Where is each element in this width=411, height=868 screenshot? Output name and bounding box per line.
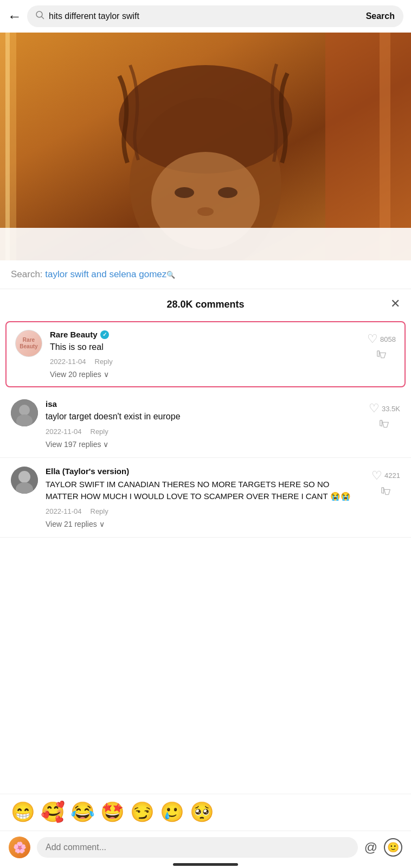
avatar xyxy=(11,467,38,494)
reply-button[interactable]: Reply xyxy=(95,358,113,366)
like-area: ♡ 8058 xyxy=(367,332,396,346)
svg-point-18 xyxy=(18,471,30,483)
comment-input-bar: 🌸 @ 🙂 xyxy=(0,831,411,868)
emoji-holding-back-tears[interactable]: 🥲 xyxy=(160,801,184,824)
comment-text: This is so real xyxy=(50,341,359,353)
comment-username: Ella (Taylor's version) xyxy=(46,467,364,476)
emoji-starstruck[interactable]: 🤩 xyxy=(100,801,125,824)
svg-rect-6 xyxy=(5,33,10,260)
heart-icon[interactable]: ♡ xyxy=(367,332,378,346)
comments-section: 28.0K comments ✕ RareBeauty Rare Beauty … xyxy=(0,289,411,581)
comment-body: isa taylor target doesn't exist in europ… xyxy=(46,399,361,448)
comments-count: 28.0K comments xyxy=(166,299,244,310)
comment-username: isa xyxy=(46,399,361,409)
svg-rect-13 xyxy=(0,228,411,260)
like-area: ♡ 33.5K xyxy=(369,401,400,416)
heart-icon[interactable]: ♡ xyxy=(369,401,380,416)
suggestion-search-icon: 🔍 xyxy=(166,271,175,279)
comment-text: taylor target doesn't exist in europe xyxy=(46,411,361,423)
like-count: 4221 xyxy=(384,471,400,480)
user-avatar: 🌸 xyxy=(9,837,30,858)
view-replies-button[interactable]: View 21 replies ∨ xyxy=(46,520,364,528)
comment-item: isa taylor target doesn't exist in europ… xyxy=(0,391,411,457)
heart-icon[interactable]: ♡ xyxy=(371,469,382,483)
like-count: 33.5K xyxy=(382,405,400,413)
emoji-smirk[interactable]: 😏 xyxy=(130,801,155,824)
search-bar: Search xyxy=(27,5,403,27)
emoji-bar: 😁 🥰 😂 🤩 😏 🥲 🥺 xyxy=(0,794,411,830)
svg-rect-11 xyxy=(325,33,411,260)
comment-body: Rare Beauty ✓ This is so real 2022-11-04… xyxy=(50,330,359,379)
chevron-down-icon: ∨ xyxy=(103,440,108,449)
comment-date: 2022-11-04 xyxy=(50,358,86,366)
comments-list: RareBeauty Rare Beauty ✓ This is so real… xyxy=(0,321,411,581)
like-area: ♡ 4221 xyxy=(371,469,400,483)
emoji-picker-button[interactable]: 🙂 xyxy=(384,838,402,857)
comment-date: 2022-11-04 xyxy=(46,507,82,515)
header: ← Search xyxy=(0,0,411,33)
suggestion-prefix: Search: xyxy=(11,269,45,279)
emoji-smiling-hearts[interactable]: 🥰 xyxy=(41,801,65,824)
svg-point-10 xyxy=(197,207,214,216)
like-count: 8058 xyxy=(380,335,396,343)
search-icon xyxy=(36,11,44,22)
comment-actions: ♡ 33.5K xyxy=(369,399,400,448)
reply-button[interactable]: Reply xyxy=(91,427,108,436)
comment-meta: 2022-11-04 Reply xyxy=(46,507,364,515)
emoji-tears-of-joy[interactable]: 😂 xyxy=(70,801,95,824)
search-button[interactable]: Search xyxy=(361,11,395,21)
search-input[interactable] xyxy=(49,11,356,21)
svg-line-1 xyxy=(42,17,44,19)
view-replies-button[interactable]: View 20 replies ∨ xyxy=(50,370,359,379)
emoji-pleading[interactable]: 🥺 xyxy=(190,801,214,824)
dislike-icon[interactable] xyxy=(378,419,390,434)
video-thumbnail xyxy=(0,33,411,260)
home-indicator xyxy=(173,863,238,866)
view-replies-button[interactable]: View 197 replies ∨ xyxy=(46,440,361,449)
comment-input[interactable] xyxy=(37,837,358,858)
chevron-down-icon: ∨ xyxy=(104,370,109,379)
search-suggestion: Search: taylor swift and selena gomez🔍 xyxy=(0,260,411,289)
close-button[interactable]: ✕ xyxy=(390,297,400,311)
comment-body: Ella (Taylor's version) TAYLOR SWIFT IM … xyxy=(46,467,364,528)
comment-item: RareBeauty Rare Beauty ✓ This is so real… xyxy=(5,321,406,387)
verified-icon: ✓ xyxy=(100,330,109,339)
avatar: RareBeauty xyxy=(15,330,42,357)
svg-point-15 xyxy=(19,405,30,416)
svg-point-8 xyxy=(175,187,194,198)
svg-point-9 xyxy=(218,187,237,198)
chevron-down-icon: ∨ xyxy=(99,520,105,528)
emoji-grinning[interactable]: 😁 xyxy=(11,801,35,824)
reply-button[interactable]: Reply xyxy=(91,507,108,515)
comment-item: Ella (Taylor's version) TAYLOR SWIFT IM … xyxy=(0,458,411,538)
comment-text: TAYLOR SWIFT IM CANADIAN THERES NO MORE … xyxy=(46,478,364,503)
avatar-logo: RareBeauty xyxy=(20,337,37,350)
comment-date: 2022-11-04 xyxy=(46,427,82,436)
comment-meta: 2022-11-04 Reply xyxy=(46,427,361,436)
dislike-icon[interactable] xyxy=(376,349,388,365)
avatar xyxy=(11,399,38,426)
comment-username: Rare Beauty ✓ xyxy=(50,330,359,339)
dislike-icon[interactable] xyxy=(380,486,392,501)
comment-actions: ♡ 4221 xyxy=(371,467,400,528)
comment-actions: ♡ 8058 xyxy=(367,330,396,379)
at-mention-icon[interactable]: @ xyxy=(364,840,377,855)
comment-meta: 2022-11-04 Reply xyxy=(50,358,359,366)
suggestion-link[interactable]: taylor swift and selena gomez xyxy=(45,269,166,279)
comments-header: 28.0K comments ✕ xyxy=(0,289,411,318)
back-button[interactable]: ← xyxy=(8,8,22,25)
svg-rect-12 xyxy=(380,33,390,260)
